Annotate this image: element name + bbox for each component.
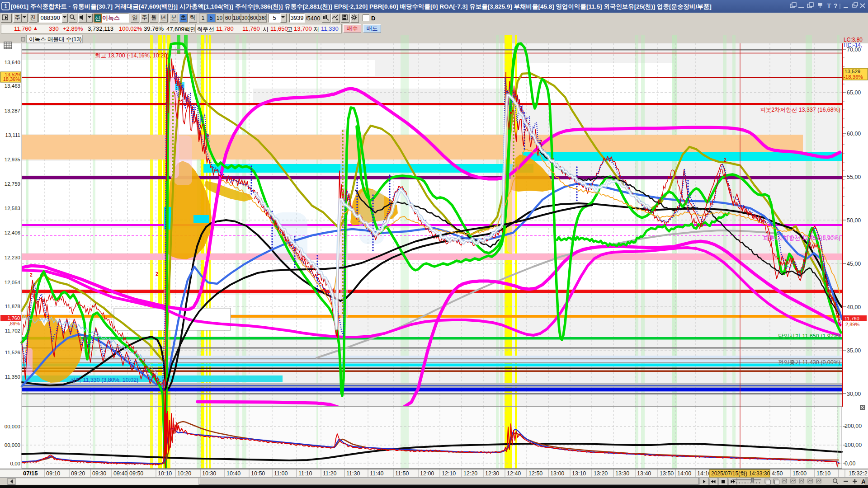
svg-text:18,36%: 18,36%	[3, 76, 20, 82]
svg-text:12:50: 12:50	[528, 470, 542, 477]
svg-text:11:30: 11:30	[346, 470, 360, 477]
svg-text:2025/07/15(화) 14:33:30: 2025/07/15(화) 14:33:30	[711, 470, 770, 477]
svg-text:09:20: 09:20	[71, 470, 85, 477]
svg-text:2: 2	[30, 272, 33, 277]
svg-text:09:30: 09:30	[92, 470, 106, 477]
svg-text:11:10: 11:10	[298, 470, 312, 477]
svg-text:피봇2차저항선 13,337 (16,68%): 피봇2차저항선 13,337 (16,68%)	[760, 107, 840, 113]
svg-text:55,00: 55,00	[847, 174, 861, 180]
svg-text:12:10: 12:10	[442, 470, 456, 477]
svg-text:T: T	[827, 3, 831, 9]
svg-text:10:30: 10:30	[202, 470, 216, 477]
svg-text:12,759: 12,759	[5, 181, 20, 187]
svg-text:10:50: 10:50	[251, 470, 265, 477]
svg-text:13:10: 13:10	[572, 470, 586, 477]
svg-text:12,583: 12,583	[5, 206, 20, 211]
svg-text:07/15: 07/15	[23, 470, 38, 477]
svg-text:13:00: 13:00	[550, 470, 564, 477]
svg-text:15:32:2: 15:32:2	[849, 470, 868, 477]
svg-text:최저 11,330 (3,80%, 10:02): 최저 11,330 (3,80%, 10:02)	[70, 377, 138, 383]
svg-text:11,526: 11,526	[5, 350, 20, 355]
svg-text:65,00: 65,00	[847, 89, 861, 96]
svg-text:15:10: 15:10	[816, 470, 830, 477]
svg-text:60,00: 60,00	[847, 131, 861, 137]
svg-text:11:40: 11:40	[370, 470, 383, 477]
svg-text:11,350: 11,350	[5, 374, 20, 380]
svg-text:00,000: 00,000	[5, 424, 20, 429]
svg-text:2: 2	[156, 272, 158, 277]
svg-text:당일시가 11,650 (1,92%): 당일시가 11,650 (1,92%)	[778, 333, 840, 339]
svg-text:00,000: 00,000	[5, 442, 20, 448]
svg-text:12,054: 12,054	[5, 280, 21, 285]
svg-text:09:10: 09:10	[46, 470, 60, 477]
svg-text:13,640: 13,640	[5, 60, 20, 65]
svg-text:13:50: 13:50	[660, 470, 674, 477]
svg-text:2,89%: 2,89%	[845, 322, 859, 327]
svg-text:09:40: 09:40	[113, 470, 127, 477]
svg-text:10:10: 10:10	[158, 470, 172, 477]
svg-text:10:20: 10:20	[177, 470, 191, 477]
svg-text:12:30: 12:30	[485, 470, 499, 477]
svg-text:13,529: 13,529	[844, 69, 860, 74]
svg-text:13:30: 13:30	[615, 470, 629, 477]
svg-text:11,760: 11,760	[844, 316, 859, 321]
svg-text:12,935: 12,935	[5, 157, 20, 162]
svg-text:13,463: 13,463	[5, 83, 20, 89]
svg-text:이녹스 매물대 수(13): 이녹스 매물대 수(13)	[29, 36, 82, 42]
svg-text:11:50: 11:50	[395, 470, 409, 477]
svg-text:-18,36%: -18,36%	[844, 74, 863, 80]
svg-text:최고 13,700 (-14,16%, 10:20): 최고 13,700 (-14,16%, 10:20)	[95, 52, 169, 59]
svg-text:11,878: 11,878	[5, 304, 20, 309]
svg-text:12:40: 12:40	[507, 470, 521, 477]
svg-text:13,111: 13,111	[5, 132, 20, 138]
svg-text:2: 2	[724, 158, 726, 163]
svg-text:45,00: 45,00	[847, 261, 861, 267]
svg-text:4:50: 4:50	[772, 470, 783, 477]
svg-text:50,00: 50,00	[847, 217, 861, 224]
svg-text:전일종가 11,430 (0,00%): 전일종가 11,430 (0,00%)	[778, 359, 840, 366]
svg-text:13:40: 13:40	[637, 470, 651, 477]
svg-text:13,287: 13,287	[5, 108, 20, 113]
svg-text:11:00: 11:00	[274, 470, 288, 477]
svg-text:35,00: 35,00	[847, 347, 861, 354]
svg-text:13:20: 13:20	[594, 470, 608, 477]
svg-text:15:00: 15:00	[793, 470, 807, 477]
svg-text:10:40: 10:40	[226, 470, 241, 477]
svg-text:40,00: 40,00	[847, 304, 861, 310]
svg-text:HC:-14,: HC:-14,	[844, 42, 862, 48]
svg-text:0,00: 0,00	[10, 461, 20, 466]
svg-text:12:20: 12:20	[463, 470, 477, 477]
svg-text:12:00: 12:00	[420, 470, 434, 477]
svg-text:피봇1차저항선 12,453 (8,90%): 피봇1차저항선 12,453 (8,90%)	[763, 235, 840, 241]
svg-text:1,760: 1,760	[7, 315, 20, 321]
svg-text:09:50: 09:50	[129, 470, 143, 477]
svg-text:200,00: 200,00	[844, 423, 862, 429]
svg-text:0,00: 0,00	[844, 460, 855, 467]
svg-text:100,00: 100,00	[844, 442, 862, 448]
svg-text:12,406: 12,406	[5, 230, 20, 235]
svg-text:12,230: 12,230	[5, 255, 20, 260]
svg-text:30,00: 30,00	[847, 391, 861, 397]
svg-text:11,702: 11,702	[5, 328, 20, 333]
svg-text:14:00: 14:00	[677, 470, 691, 477]
svg-text:11:20: 11:20	[323, 470, 336, 477]
svg-text:?: ?	[834, 2, 838, 9]
svg-text:1: 1	[4, 3, 7, 9]
svg-text:,89%: ,89%	[9, 321, 20, 326]
